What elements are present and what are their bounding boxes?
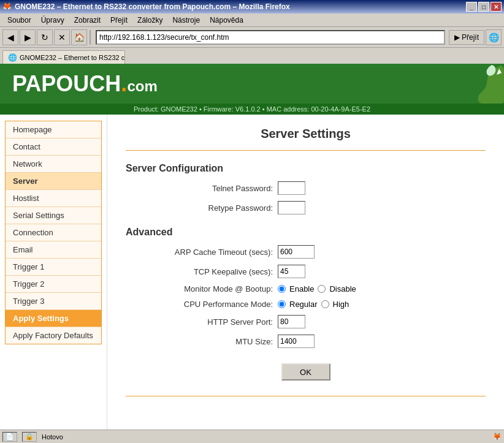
monitor-disable-radio[interactable] — [318, 285, 326, 293]
mtu-input[interactable] — [278, 335, 315, 348]
page-content: Server Settings Server Configuration Tel… — [107, 115, 504, 430]
close-button[interactable]: ✕ — [491, 2, 502, 12]
statusbar-icon: 📄 — [6, 433, 14, 441]
mtu-label: MTU Size: — [126, 337, 273, 346]
retype-password-group: Retype Password: — [126, 201, 486, 214]
logo-com: com — [127, 78, 157, 94]
sidebar-item-connection[interactable]: Connection — [6, 224, 101, 241]
http-group: HTTP Server Port: — [126, 315, 486, 328]
arp-group: ARP Cache Timeout (secs): — [126, 245, 486, 259]
menubar: Soubor Úpravy Zobrazit Přejít Záložky Ná… — [0, 13, 504, 27]
address-bar — [96, 30, 445, 45]
mtu-group: MTU Size: — [126, 335, 486, 348]
menu-napoveda[interactable]: Nápověda — [205, 15, 248, 26]
shield-icon: 🔒 — [25, 433, 34, 441]
arp-label: ARP Cache Timeout (secs): — [126, 248, 273, 257]
logo-dot: . — [121, 71, 127, 96]
cpu-group: CPU Performance Mode: Regular High — [126, 300, 486, 309]
window-controls: _ □ ✕ — [466, 2, 502, 12]
arp-input[interactable] — [278, 245, 315, 259]
tcp-group: TCP Keepalive (secs): — [126, 265, 486, 278]
menu-upravy[interactable]: Úpravy — [36, 15, 69, 26]
sidebar-item-server[interactable]: Server — [6, 173, 101, 190]
tabbar: 🌐 GNOME232 – Ethernet to RS232 conve... … — [0, 48, 504, 64]
divider — [126, 150, 486, 151]
cpu-regular-label: Regular — [289, 300, 318, 309]
toolbar: ◀ ▶ ↻ ✕ 🏠 ▶ Přejít 🌐 — [0, 27, 504, 48]
bird-icon — [467, 64, 504, 104]
monitor-group: Monitor Mode @ Bootup: Enable Disable — [126, 284, 486, 293]
sidebar-item-apply-settings[interactable]: Apply Settings — [6, 310, 101, 327]
tab-icon: 🌐 — [8, 53, 17, 62]
cpu-high-radio[interactable] — [321, 300, 329, 308]
sidebar-menu: Homepage Contact Network Server Hostlist… — [5, 121, 102, 344]
tcp-label: TCP Keepalive (secs): — [126, 267, 273, 276]
sidebar-item-serial-settings[interactable]: Serial Settings — [6, 207, 101, 224]
menu-nastroje[interactable]: Nástroje — [167, 15, 205, 26]
statusbar: 📄 🔒 Hotovo 🦊 — [0, 430, 504, 443]
advanced-section: Advanced — [126, 227, 486, 238]
sidebar-item-contact[interactable]: Contact — [6, 138, 101, 156]
sidebar-item-trigger2[interactable]: Trigger 2 — [6, 276, 101, 293]
forward-button[interactable]: ▶ — [20, 29, 36, 45]
cpu-label: CPU Performance Mode: — [126, 300, 273, 309]
telnet-password-group: Telnet Password: — [126, 181, 486, 195]
web-icon[interactable]: 🌐 — [486, 29, 502, 45]
separator — [90, 30, 91, 45]
sidebar-item-homepage[interactable]: Homepage — [6, 121, 101, 138]
sidebar-item-apply-factory-defaults[interactable]: Apply Factory Defaults — [6, 327, 101, 344]
menu-zalozky[interactable]: Záložky — [132, 15, 167, 26]
ok-button[interactable]: OK — [281, 363, 330, 381]
bottom-divider — [126, 396, 486, 396]
monitor-enable-radio[interactable] — [278, 285, 286, 293]
http-input[interactable] — [278, 315, 305, 328]
cpu-regular-radio[interactable] — [278, 300, 286, 308]
statusbar-text: Hotovo — [42, 433, 63, 441]
logo-papouch: PAPOUCH — [12, 71, 121, 96]
go-label: Přejít — [462, 33, 479, 42]
retype-password-input[interactable] — [278, 201, 305, 214]
firefox-icon: 🦊 — [2, 2, 12, 12]
firefox-logo: 🦊 — [493, 433, 502, 441]
address-input[interactable] — [99, 33, 441, 42]
cpu-high-label: High — [333, 300, 349, 309]
reload-button[interactable]: ↻ — [37, 29, 53, 45]
header-bird — [467, 64, 504, 104]
menu-soubor[interactable]: Soubor — [2, 15, 36, 26]
monitor-label: Monitor Mode @ Bootup: — [126, 284, 273, 293]
sidebar-item-trigger1[interactable]: Trigger 1 — [6, 259, 101, 276]
back-button[interactable]: ◀ — [2, 29, 18, 45]
tab-label: GNOME232 – Ethernet to RS232 conve... — [20, 54, 125, 61]
retype-password-label: Retype Password: — [126, 203, 273, 213]
site-header: PAPOUCH.com — [0, 64, 504, 104]
sidebar: Homepage Contact Network Server Hostlist… — [0, 115, 107, 430]
window-titlebar: 🦊 GNOME232 – Ethernet to RS232 converter… — [0, 0, 504, 13]
sidebar-item-email[interactable]: Email — [6, 241, 101, 259]
minimize-button[interactable]: _ — [466, 2, 477, 12]
monitor-radio-group: Enable Disable — [278, 284, 356, 293]
monitor-enable-label: Enable — [289, 284, 314, 293]
browser-tab[interactable]: 🌐 GNOME232 – Ethernet to RS232 conve... … — [2, 50, 125, 64]
window-title: GNOME232 – Ethernet to RS232 converter f… — [15, 2, 466, 11]
content-area: PAPOUCH.com Product: GNOME232 • Firmware… — [0, 64, 504, 430]
statusbar-shield-panel: 🔒 — [22, 432, 37, 442]
telnet-password-input[interactable] — [278, 181, 305, 195]
statusbar-icon-panel: 📄 — [2, 432, 17, 442]
logo: PAPOUCH.com — [12, 71, 158, 97]
sidebar-item-hostlist[interactable]: Hostlist — [6, 190, 101, 207]
tcp-input[interactable] — [278, 265, 305, 278]
cpu-radio-group: Regular High — [278, 300, 349, 309]
home-button[interactable]: 🏠 — [71, 29, 87, 45]
sidebar-item-trigger3[interactable]: Trigger 3 — [6, 293, 101, 310]
product-bar: Product: GNOME232 • Firmware: V6.1.0.2 •… — [0, 104, 504, 115]
stop-button[interactable]: ✕ — [54, 29, 70, 45]
page-title: Server Settings — [126, 127, 486, 141]
telnet-password-label: Telnet Password: — [126, 184, 273, 193]
menu-prejit[interactable]: Přejít — [105, 15, 132, 26]
sidebar-item-network[interactable]: Network — [6, 156, 101, 173]
server-config-section: Server Configuration — [126, 163, 486, 174]
menu-zobrazit[interactable]: Zobrazit — [69, 15, 105, 26]
maximize-button[interactable]: □ — [478, 2, 489, 12]
go-button[interactable]: ▶ Přejít — [449, 30, 484, 45]
product-info: Product: GNOME232 • Firmware: V6.1.0.2 •… — [134, 105, 370, 113]
